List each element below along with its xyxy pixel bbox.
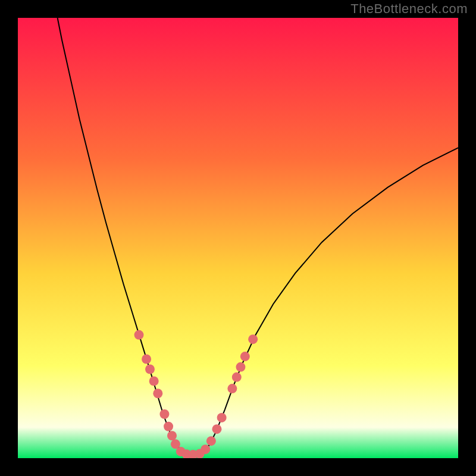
data-marker (145, 365, 155, 374)
data-marker (227, 384, 237, 393)
data-marker (134, 330, 144, 340)
chart-frame: TheBottleneck.com (0, 0, 476, 476)
data-marker (236, 362, 245, 372)
data-marker (212, 424, 221, 434)
watermark-text: TheBottleneck.com (350, 1, 468, 17)
data-marker (232, 372, 242, 382)
data-marker (248, 334, 258, 344)
data-marker (153, 389, 162, 398)
data-marker (167, 431, 177, 440)
data-marker (142, 355, 151, 364)
data-marker (201, 444, 210, 454)
plot-area (18, 18, 458, 458)
data-marker (149, 377, 159, 386)
data-marker (159, 409, 169, 419)
chart-svg (18, 18, 458, 458)
data-marker (164, 422, 173, 431)
data-marker (240, 352, 250, 361)
gradient-background (18, 18, 458, 458)
data-marker (206, 436, 216, 446)
data-marker (217, 413, 227, 422)
